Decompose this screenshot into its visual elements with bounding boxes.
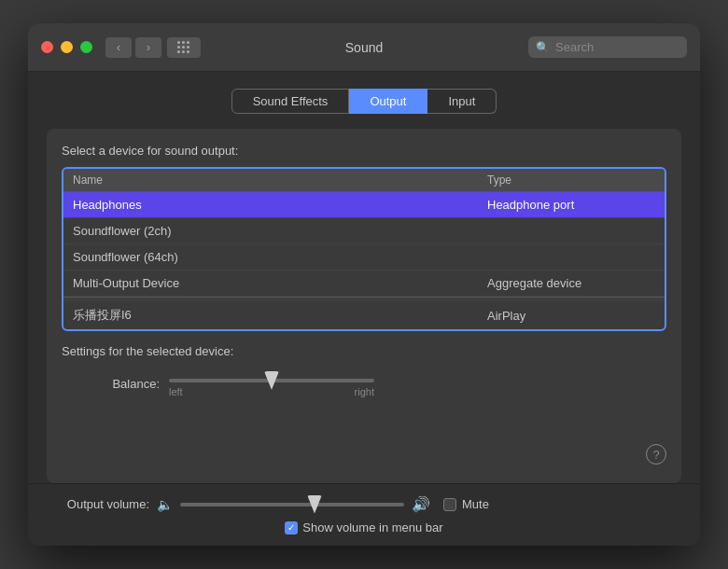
table-header: Name Type — [63, 169, 665, 192]
table-row[interactable]: Soundflower (64ch) — [63, 244, 665, 271]
row-name: Headphones — [73, 198, 487, 212]
search-box[interactable]: 🔍 — [528, 36, 687, 58]
volume-low-icon: 🔈 — [157, 497, 173, 512]
titlebar: ‹ › Sound 🔍 — [28, 23, 700, 72]
balance-row: Balance: left right — [99, 369, 666, 397]
table-row[interactable]: Soundflower (2ch) — [63, 218, 665, 244]
tab-sound-effects[interactable]: Sound Effects — [231, 89, 350, 114]
balance-label: Balance: — [99, 377, 160, 391]
nav-buttons: ‹ › — [105, 37, 161, 58]
bottom-bar: Output volume: 🔈 🔊 Mute ✓ Show volume in… — [28, 483, 700, 546]
col-header-name: Name — [73, 173, 487, 187]
volume-slider-thumb[interactable] — [307, 495, 322, 514]
table-row[interactable]: Multi-Output Device Aggregate device — [63, 271, 665, 297]
forward-button[interactable]: › — [135, 37, 161, 58]
row-type: Headphone port — [487, 198, 655, 212]
show-volume-checkbox-wrapper[interactable]: ✓ Show volume in menu bar — [285, 520, 442, 534]
volume-row: Output volume: 🔈 🔊 Mute — [47, 495, 681, 513]
search-icon: 🔍 — [536, 41, 550, 54]
row-type: Aggregate device — [487, 276, 655, 290]
content-area: Sound Effects Output Input Select a devi… — [28, 72, 700, 483]
back-button[interactable]: ‹ — [105, 37, 132, 58]
balance-slider-container: left right — [169, 369, 374, 397]
minimize-button[interactable] — [61, 41, 73, 53]
col-header-type: Type — [487, 173, 655, 187]
help-button[interactable]: ? — [646, 444, 666, 465]
tab-bar: Sound Effects Output Input — [47, 89, 681, 114]
row-type: AirPlay — [487, 309, 655, 323]
row-name: Soundflower (2ch) — [73, 224, 487, 238]
table-row[interactable]: 乐播投屏I6 AirPlay — [63, 301, 665, 329]
row-name: 乐播投屏I6 — [73, 307, 487, 324]
output-panel: Select a device for sound output: Name T… — [47, 129, 681, 483]
device-table: Name Type Headphones Headphone port Soun… — [62, 167, 666, 331]
show-volume-label: Show volume in menu bar — [302, 520, 442, 534]
balance-right-label: right — [355, 386, 374, 397]
settings-section-title: Settings for the selected device: — [62, 344, 666, 358]
checkbox-check-icon: ✓ — [287, 522, 295, 533]
table-row[interactable]: Headphones Headphone port — [63, 192, 665, 218]
grid-view-button[interactable] — [167, 37, 201, 58]
balance-left-label: left — [169, 386, 183, 397]
mute-label: Mute — [462, 497, 489, 511]
volume-high-icon: 🔊 — [412, 495, 430, 513]
help-area: ? — [62, 444, 666, 468]
mute-area: Mute — [443, 497, 489, 511]
show-volume-checkbox[interactable]: ✓ — [285, 521, 298, 534]
balance-slider-track[interactable] — [169, 379, 374, 382]
show-volume-row: ✓ Show volume in menu bar — [47, 520, 681, 534]
output-volume-label: Output volume: — [47, 497, 149, 511]
window-title: Sound — [345, 40, 383, 55]
row-name: Soundflower (64ch) — [73, 250, 487, 264]
mute-checkbox[interactable] — [443, 498, 456, 511]
volume-slider-track[interactable] — [180, 503, 404, 507]
tab-input[interactable]: Input — [427, 89, 497, 114]
main-window: ‹ › Sound 🔍 Sound Effects Output Input S… — [28, 23, 700, 546]
device-settings-section: Settings for the selected device: Balanc… — [62, 344, 666, 397]
row-name: Multi-Output Device — [73, 276, 487, 290]
device-section-title: Select a device for sound output: — [62, 144, 666, 158]
search-input[interactable] — [555, 40, 679, 54]
close-button[interactable] — [41, 41, 53, 53]
zoom-button[interactable] — [80, 41, 92, 53]
traffic-lights — [41, 41, 92, 53]
tab-output[interactable]: Output — [349, 89, 427, 114]
